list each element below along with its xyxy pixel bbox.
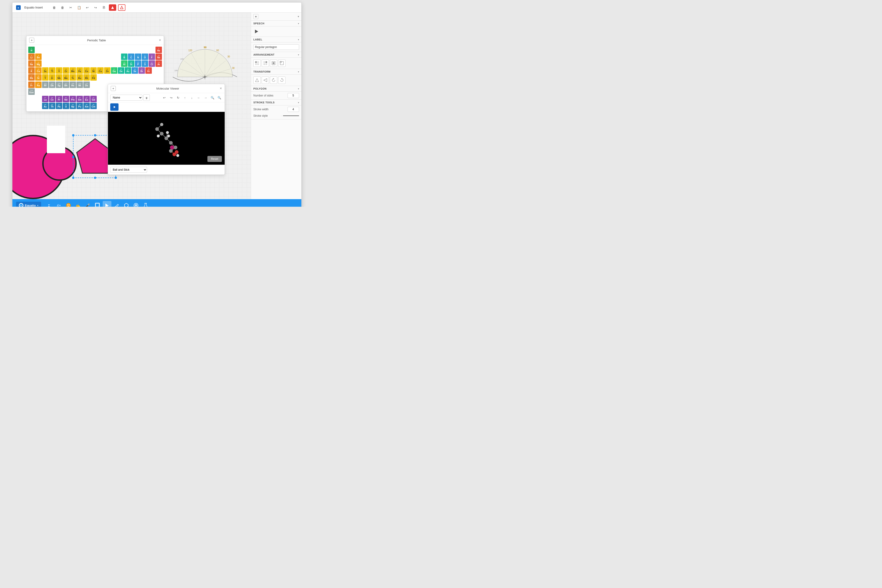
element-Pr[interactable]: 59 Pr bbox=[56, 96, 62, 102]
element-As[interactable]: 33 As bbox=[125, 67, 131, 74]
element-Np[interactable]: 93 Np bbox=[70, 103, 76, 109]
transform-header[interactable]: TRANSFORM ▾ bbox=[251, 69, 302, 75]
element-O[interactable]: 8 O bbox=[142, 54, 148, 60]
molecular-viewer-display-select[interactable]: Ball and Stick Space Fill Wireframe bbox=[110, 167, 147, 173]
mol-up-btn[interactable]: ↑ bbox=[182, 94, 188, 100]
element-Y[interactable]: 39 Y bbox=[42, 74, 48, 81]
element-Cr[interactable]: 24 Cr bbox=[63, 67, 69, 74]
element-Sg[interactable]: 106 Sg bbox=[56, 81, 62, 88]
mol-zoom-in-btn[interactable]: 🔍 bbox=[210, 94, 216, 100]
element-Ra[interactable]: 88 Ra bbox=[35, 81, 42, 88]
arrangement-header[interactable]: ARRANGEMENT ▾ bbox=[251, 52, 302, 58]
element-Sc[interactable]: 21 Sc bbox=[42, 67, 48, 74]
element-He[interactable]: 2 He bbox=[156, 46, 162, 53]
element-Na[interactable]: 11 Na bbox=[28, 60, 34, 67]
stroke-width-input[interactable] bbox=[288, 107, 299, 112]
element-Eu[interactable]: 63 Eu bbox=[83, 96, 90, 102]
element-Ru[interactable]: 44 Ru bbox=[76, 74, 83, 81]
element-Mo[interactable]: 42 Mo bbox=[63, 74, 69, 81]
element-Pa[interactable]: 91 Pa bbox=[56, 103, 62, 109]
tool-circle-target[interactable] bbox=[132, 201, 140, 207]
element-Co[interactable]: 27 Co bbox=[83, 67, 90, 74]
tool-mascot[interactable] bbox=[64, 201, 73, 207]
delete-button[interactable]: 🗑 bbox=[51, 4, 57, 11]
element-C[interactable]: 6 C bbox=[128, 54, 134, 60]
transform-flip-h-btn[interactable] bbox=[254, 76, 261, 84]
element-V[interactable]: 23 V bbox=[56, 67, 62, 74]
tool-cursor[interactable] bbox=[103, 201, 111, 207]
mol-down-btn[interactable]: ↓ bbox=[189, 94, 195, 100]
element-Tc[interactable]: 43 Tc bbox=[70, 74, 76, 81]
element-Nb[interactable]: 41 Nb bbox=[56, 74, 62, 81]
outline-tool-button[interactable] bbox=[118, 4, 125, 11]
cut-button[interactable]: ✂ bbox=[68, 4, 74, 11]
element-Sm[interactable]: 62 Sm bbox=[76, 96, 83, 102]
mol-rotate-btn[interactable]: ↻ bbox=[175, 94, 181, 100]
element-Rf[interactable]: 104 Rf bbox=[42, 81, 48, 88]
element-Ne[interactable]: 10 Ne bbox=[156, 54, 162, 60]
polygon-sides-input[interactable] bbox=[288, 93, 299, 98]
element-Pd[interactable]: 46 Pd bbox=[90, 74, 97, 81]
element-Li[interactable]: 3 Li bbox=[28, 54, 34, 60]
molecular-viewer-search-button[interactable]: g bbox=[143, 94, 150, 101]
element-Am[interactable]: 95 Am bbox=[83, 103, 90, 109]
tool-tablet[interactable] bbox=[93, 201, 102, 207]
protractor[interactable]: 90 120 60 150 30 180 30 bbox=[173, 36, 237, 82]
label-input[interactable] bbox=[254, 44, 299, 50]
element-U[interactable]: 92 U bbox=[63, 103, 69, 109]
arrangement-btn-2[interactable] bbox=[262, 60, 269, 67]
element-Hs[interactable]: 108 Hs bbox=[70, 81, 76, 88]
element-Bh[interactable]: 107 Bh bbox=[63, 81, 69, 88]
tool-latex[interactable]: ℒTX bbox=[54, 201, 63, 207]
element-B[interactable]: 5 B bbox=[121, 54, 128, 60]
trash-button[interactable]: 🗑 bbox=[59, 4, 66, 11]
panel-collapse-button[interactable]: ▾ bbox=[298, 15, 299, 18]
red-tool-button[interactable] bbox=[109, 4, 116, 11]
element-Zr[interactable]: 40 Zr bbox=[49, 74, 56, 81]
element-Pm[interactable]: 61 Pm bbox=[70, 96, 76, 102]
element-Cl[interactable]: 17 Cl bbox=[148, 60, 155, 67]
polygon-header[interactable]: POLYGON ▾ bbox=[251, 86, 302, 92]
mol-right-btn[interactable]: → bbox=[202, 94, 208, 100]
element-Ac[interactable]: 89 Ac bbox=[42, 103, 48, 109]
transform-rotate-cw-btn[interactable] bbox=[278, 76, 285, 84]
panel-add-button[interactable]: + bbox=[254, 14, 258, 19]
element-La[interactable]: 57 La bbox=[42, 96, 48, 102]
arrangement-btn-3[interactable] bbox=[270, 60, 277, 67]
molecular-viewer-popup[interactable]: + Molecular Viewer × Name g ↩ ↪ ↻ ↑ bbox=[108, 84, 225, 175]
element-Mg[interactable]: 12 Mg bbox=[35, 60, 42, 67]
export-button[interactable]: 🖹 bbox=[100, 4, 107, 11]
element-Uue[interactable]: 119 Uue bbox=[28, 88, 34, 95]
element-F[interactable]: 9 F bbox=[148, 54, 155, 60]
element-Ti[interactable]: 22 Ti bbox=[49, 67, 56, 74]
element-Fe[interactable]: 26 Fe bbox=[76, 67, 83, 74]
molecular-viewer-name-dropdown[interactable]: Name bbox=[110, 94, 142, 100]
element-Nd[interactable]: 60 Nd bbox=[63, 96, 69, 102]
mol-zoom-out-btn[interactable]: 🔍 bbox=[216, 94, 222, 100]
arrangement-btn-4[interactable] bbox=[278, 60, 285, 67]
element-S[interactable]: 16 S bbox=[142, 60, 148, 67]
paste-button[interactable]: 📋 bbox=[76, 4, 82, 11]
undo-button[interactable]: ↩ bbox=[84, 4, 90, 11]
element-Al[interactable]: 13 Al bbox=[121, 60, 128, 67]
element-Be[interactable]: 4 Be bbox=[35, 54, 42, 60]
canvas-area[interactable]: 90 120 60 150 30 180 30 + Periodic T bbox=[12, 13, 251, 199]
element-K[interactable]: 19 K bbox=[28, 67, 34, 74]
periodic-table-add-button[interactable]: + bbox=[29, 38, 34, 43]
element-Ds[interactable]: 110 Ds bbox=[83, 81, 90, 88]
element-Ca[interactable]: 20 Ca bbox=[35, 67, 42, 74]
speech-play-button[interactable] bbox=[254, 28, 260, 34]
element-Rb[interactable]: 37 Rb bbox=[28, 74, 34, 81]
element-Ce[interactable]: 58 Ce bbox=[49, 96, 56, 102]
element-Cu[interactable]: 29 Cu bbox=[97, 67, 104, 74]
label-header[interactable]: LABEL ▾ bbox=[251, 37, 302, 42]
tool-hexagon[interactable] bbox=[122, 201, 131, 207]
molecular-viewer-reset-button[interactable]: Reset bbox=[207, 156, 222, 162]
tool-pen[interactable] bbox=[112, 201, 121, 207]
mol-blue-action-btn[interactable] bbox=[110, 104, 118, 111]
element-Fr[interactable]: 87 Fr bbox=[28, 81, 34, 88]
arrangement-btn-1[interactable] bbox=[254, 60, 261, 67]
element-N[interactable]: 7 N bbox=[135, 54, 141, 60]
tool-flask[interactable] bbox=[141, 201, 150, 207]
transform-flip-v-btn[interactable] bbox=[262, 76, 269, 84]
